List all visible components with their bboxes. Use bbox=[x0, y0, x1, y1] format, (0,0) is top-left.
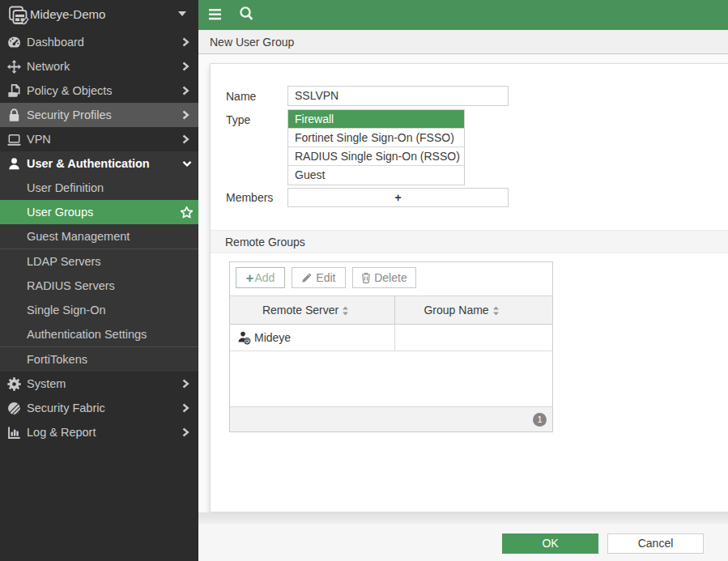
svg-text:R: R bbox=[245, 338, 249, 344]
